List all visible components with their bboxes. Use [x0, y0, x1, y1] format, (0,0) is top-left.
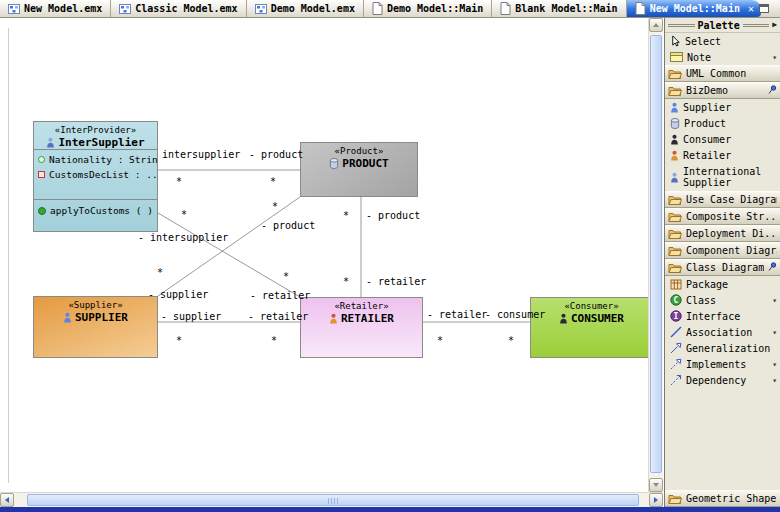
- palette-drawer-class-diagram[interactable]: Class Diagram: [665, 259, 780, 276]
- association-role-label[interactable]: - product: [249, 149, 303, 161]
- horizontal-scrollbar-thumb[interactable]: [27, 494, 639, 506]
- palette-drawer-bizdemo[interactable]: BizDemo: [665, 82, 780, 99]
- association-role-label[interactable]: - supplier: [161, 311, 221, 323]
- association-role-label[interactable]: - retailer: [248, 311, 308, 323]
- association-role-label[interactable]: - product: [366, 210, 420, 222]
- attribute-row[interactable]: CustomsDecList : ...: [34, 167, 157, 182]
- palette-tool-association[interactable]: Association ▾: [665, 324, 780, 340]
- tab-demo-model-main[interactable]: Demo Model::Main: [364, 0, 492, 17]
- association-role-label[interactable]: - consumer: [485, 309, 545, 321]
- note-icon: [670, 52, 683, 62]
- tab-new-model-emx[interactable]: New Model.emx: [0, 0, 111, 17]
- class-product[interactable]: «Product» PRODUCT: [300, 142, 418, 197]
- restore-window-icon[interactable]: [759, 4, 769, 13]
- palette-drawer-label: Composite Str...: [686, 211, 777, 222]
- palette-tool-class[interactable]: C Class ▾: [665, 292, 780, 308]
- multiplicity-label[interactable]: *: [343, 210, 349, 222]
- association-role-label[interactable]: - product: [261, 220, 315, 232]
- scroll-right-icon[interactable]: [649, 493, 663, 507]
- operation-row[interactable]: applyToCustoms ( ): [34, 203, 157, 218]
- chevron-down-icon[interactable]: ▾: [772, 360, 777, 369]
- pin-icon[interactable]: [768, 262, 777, 273]
- palette-tool-product[interactable]: Product: [665, 115, 780, 131]
- multiplicity-label[interactable]: *: [343, 276, 349, 288]
- class-intersupplier[interactable]: «InterProvider» InterSupplier Nationalit…: [33, 121, 158, 232]
- association-role-label[interactable]: - retailer: [250, 290, 310, 302]
- multiplicity-label[interactable]: *: [157, 267, 163, 279]
- folder-icon: [668, 195, 682, 205]
- palette-tool-interface[interactable]: I Interface: [665, 308, 780, 324]
- multiplicity-label[interactable]: *: [181, 209, 187, 221]
- tab-demo-model-emx[interactable]: Demo Model.emx: [247, 0, 364, 17]
- palette-tool-consumer[interactable]: Consumer: [665, 131, 780, 147]
- tab-classic-model-emx[interactable]: Classic Model.emx: [111, 0, 246, 17]
- chevron-down-icon[interactable]: ▾: [772, 376, 777, 385]
- palette-drawer-component-diagram[interactable]: Component Diagram: [665, 242, 780, 259]
- palette-drawer-deployment-diagram[interactable]: Deployment Di...: [665, 225, 780, 242]
- palette-tool-supplier[interactable]: Supplier: [665, 99, 780, 115]
- attribute-row[interactable]: Nationality : String-: [34, 152, 157, 167]
- chevron-down-icon[interactable]: ▾: [772, 53, 777, 62]
- class-retailer[interactable]: «Retailer» RETAILER: [300, 297, 423, 358]
- association-role-label[interactable]: - retailer: [427, 309, 487, 321]
- palette-tool-label: Package: [686, 279, 728, 290]
- chevron-down-icon[interactable]: ▾: [772, 328, 777, 337]
- multiplicity-label[interactable]: *: [272, 201, 278, 213]
- stereotype-label: «InterProvider»: [34, 125, 157, 136]
- multiplicity-label[interactable]: *: [271, 335, 277, 347]
- association-role-label[interactable]: - supplier: [148, 289, 208, 301]
- multiplicity-label[interactable]: *: [176, 335, 182, 347]
- class-supplier[interactable]: «Supplier» SUPPLIER: [33, 296, 158, 358]
- association-role-label[interactable]: - retailer: [366, 276, 426, 288]
- tab-blank-model-main[interactable]: Blank Model::Main: [492, 0, 626, 17]
- palette-drawer-label: Component Diagram: [686, 245, 777, 256]
- diagram-page-icon: [372, 2, 383, 15]
- multiplicity-label[interactable]: *: [437, 335, 443, 347]
- class-consumer[interactable]: «Consumer» CONSUMER: [530, 297, 648, 358]
- palette-panel: Palette ▶ Select Note ▾ UML Common: [664, 18, 780, 507]
- association-line-product-supplier[interactable]: [158, 197, 300, 296]
- multiplicity-label[interactable]: *: [283, 271, 289, 283]
- stereotype-label: «Product»: [301, 146, 417, 157]
- palette-tool-select[interactable]: Select: [665, 33, 780, 49]
- palette-drawer-use-case-diagram[interactable]: Use Case Diagram: [665, 191, 780, 208]
- palette-tool-label: Consumer: [683, 134, 731, 145]
- palette-tool-international-supplier[interactable]: International Supplier: [665, 163, 780, 191]
- pin-icon[interactable]: [768, 85, 777, 96]
- scroll-left-icon[interactable]: [0, 493, 14, 507]
- palette-tool-package[interactable]: Package: [665, 276, 780, 292]
- palette-tool-implements[interactable]: Implements ▾: [665, 356, 780, 372]
- palette-expand-icon[interactable]: ▶: [772, 21, 777, 29]
- palette-header[interactable]: Palette ▶: [665, 18, 780, 33]
- scroll-up-icon[interactable]: [649, 18, 663, 32]
- palette-drawer-uml-common[interactable]: UML Common: [665, 65, 780, 82]
- tab-new-model-main-active[interactable]: New Model::Main ✕: [627, 0, 761, 17]
- product-cylinder-icon: [329, 158, 339, 169]
- palette-tool-note[interactable]: Note ▾: [665, 49, 780, 65]
- association-role-label[interactable]: intersupplier: [162, 149, 240, 161]
- class-icon: C: [670, 294, 682, 306]
- palette-drawer-label: UML Common: [686, 68, 746, 79]
- palette-tool-retailer[interactable]: Retailer: [665, 147, 780, 163]
- association-role-label[interactable]: - intersupplier: [138, 232, 228, 244]
- multiplicity-label[interactable]: *: [508, 335, 514, 347]
- vertical-scrollbar[interactable]: [648, 18, 663, 492]
- palette-tool-generalization[interactable]: Generalization: [665, 340, 780, 356]
- diagram-canvas[interactable]: «InterProvider» InterSupplier Nationalit…: [0, 18, 648, 492]
- palette-drawer-geometric-shapes[interactable]: Geometric Shapes: [665, 490, 780, 507]
- palette-tool-dependency[interactable]: Dependency ▾: [665, 372, 780, 388]
- uml-modeler-window: New Model.emx Classic Model.emx Demo Mod…: [0, 0, 780, 512]
- multiplicity-label[interactable]: *: [270, 176, 276, 188]
- palette-drawer-composite-structure[interactable]: Composite Str...: [665, 208, 780, 225]
- stereotype-label: «Supplier»: [34, 300, 157, 311]
- chevron-down-icon[interactable]: ▾: [772, 296, 777, 305]
- tab-close-icon[interactable]: ✕: [748, 3, 754, 14]
- retailer-person-icon: [329, 313, 338, 324]
- scroll-down-icon[interactable]: [649, 478, 663, 492]
- operation-text: applyToCustoms ( ): [50, 203, 153, 218]
- multiplicity-label[interactable]: *: [176, 176, 182, 188]
- supplier-person-icon: [63, 312, 72, 323]
- generalization-arrow-icon: [670, 342, 682, 354]
- horizontal-scrollbar[interactable]: [0, 492, 663, 507]
- vertical-scrollbar-thumb[interactable]: [650, 35, 662, 473]
